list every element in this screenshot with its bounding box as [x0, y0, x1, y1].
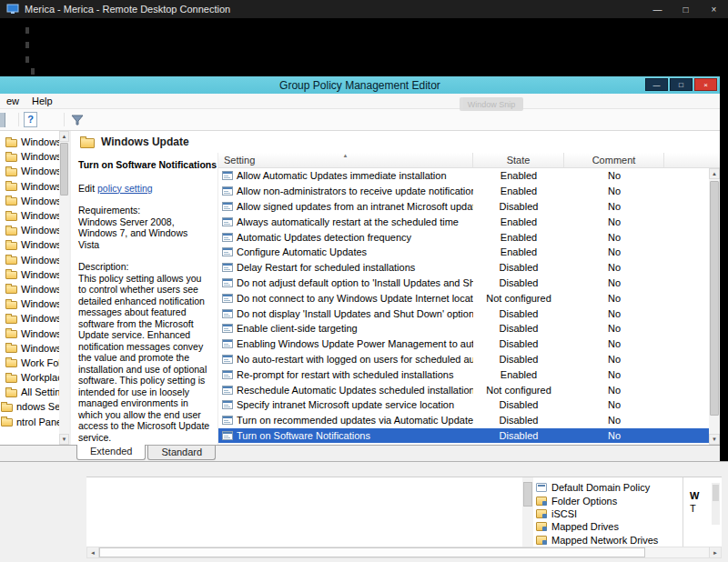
requirements-text: Windows Server 2008, Windows 7, and Wind… [78, 216, 210, 251]
filter-icon[interactable] [71, 114, 84, 130]
folder-icon [5, 301, 17, 309]
table-row[interactable]: Allow signed updates from an intranet Mi… [218, 199, 709, 215]
tree-item[interactable]: Windows Update [0, 341, 59, 356]
setting-name: Turn on recommended updates via Automati… [237, 415, 473, 426]
gpme-minimize-button[interactable]: — [645, 78, 668, 91]
tab-extended[interactable]: Extended [76, 445, 146, 460]
scrollbar-thumb[interactable] [523, 482, 532, 507]
setting-state: Disabled [473, 338, 564, 349]
tree-item[interactable]: Windows Ink Workspace [0, 223, 59, 237]
scrollbar-thumb[interactable] [710, 181, 719, 416]
policy-setting-icon [222, 246, 233, 257]
tree-item[interactable]: Windows Mail [0, 267, 59, 282]
horizontal-scrollbar[interactable]: ◄ ► [86, 547, 722, 558]
gpme-window-controls: — □ × [645, 78, 717, 91]
table-row[interactable]: Re-prompt for restart with scheduled ins… [218, 366, 709, 382]
background-tree-item[interactable]: iSCSI [536, 507, 682, 520]
column-header-comment[interactable]: Comment [564, 153, 664, 167]
table-row[interactable]: Allow Automatic Updates immediate instal… [218, 168, 709, 184]
setting-name: Always automatically restart at the sche… [237, 216, 459, 227]
table-row[interactable]: Turn on recommended updates via Automati… [218, 413, 709, 428]
tree-item-label: Windows Color System [21, 151, 59, 162]
view-tabs: Extended Standard [0, 445, 720, 461]
setting-state: Disabled [473, 399, 564, 410]
table-row[interactable]: Do not connect to any Windows Update Int… [218, 290, 709, 306]
help-icon[interactable]: ? [24, 112, 37, 127]
table-row[interactable]: Always automatically restart at the sche… [218, 214, 709, 229]
background-tree-item[interactable]: Default Domain Policy [536, 481, 682, 494]
tree-item[interactable]: Windows Error Reporting [0, 194, 59, 208]
toolbar: ? [0, 109, 720, 131]
desktop-artifact [25, 27, 29, 34]
policy-setting-icon [222, 308, 233, 319]
tree-item-label: Windows PowerShell [21, 313, 59, 324]
scroll-down-icon[interactable]: ▼ [709, 434, 720, 445]
menu-item-view[interactable]: ew [0, 95, 25, 106]
tree-item[interactable]: Windows Logon Options [0, 253, 59, 267]
table-row[interactable]: Reschedule Automatic Updates scheduled i… [218, 382, 709, 397]
column-header-setting[interactable]: Setting ▲ [218, 153, 473, 167]
settings-scrollbar[interactable]: ▲ ▼ [709, 168, 720, 445]
setting-comment: No [564, 186, 664, 196]
table-row[interactable]: Turn on Software Notifications Disabled … [218, 428, 709, 444]
table-row[interactable]: Do not adjust default option to 'Install… [218, 276, 709, 291]
tree-item[interactable]: Work Folders [0, 356, 59, 370]
background-tree-item[interactable]: Mapped Drives [536, 520, 682, 533]
rdp-maximize-button[interactable]: □ [672, 0, 700, 18]
menu-item-help[interactable]: Help [25, 95, 59, 106]
tab-standard[interactable]: Standard [147, 446, 216, 460]
tree-item[interactable]: Windows Color System [0, 149, 59, 164]
table-row[interactable]: Configure Automatic Updates Enabled No [218, 245, 709, 260]
scroll-down-icon[interactable]: ▼ [59, 434, 69, 445]
tree-item[interactable]: Windows Defender [0, 179, 59, 194]
tree-item[interactable]: ntrol Panel Set [0, 415, 59, 429]
background-tree-item[interactable]: Folder Options [536, 494, 682, 507]
tree-item[interactable]: Windows Remote Management [0, 326, 59, 340]
tree-item[interactable]: Workplace Join [0, 370, 59, 385]
scroll-left-icon[interactable]: ◄ [87, 547, 99, 557]
tree-item[interactable]: ndows Settings [0, 399, 59, 414]
scroll-right-icon[interactable]: ► [709, 547, 721, 557]
toolbar-clipped-icon[interactable] [0, 113, 5, 127]
scroll-up-icon[interactable]: ▲ [59, 131, 69, 142]
tree-item-label: Windows Calendar [21, 136, 59, 147]
tree-item[interactable]: Windows Messenger [0, 296, 59, 311]
sort-ascending-icon: ▲ [343, 153, 349, 158]
folder-icon [5, 389, 17, 397]
tree-item[interactable]: Windows Customer Experience [0, 164, 59, 178]
menu-bar: ew Help Window Snip [0, 94, 720, 109]
table-row[interactable]: Do not display 'Install Updates and Shut… [218, 306, 709, 321]
rdp-titlebar: Merica - Merica - Remote Desktop Connect… [0, 0, 728, 18]
gpme-close-button[interactable]: × [694, 78, 717, 91]
table-row[interactable]: Specify intranet Microsoft update servic… [218, 397, 709, 413]
table-row[interactable]: No auto-restart with logged on users for… [218, 352, 709, 367]
settings-table-header: Setting ▲ State Comment [218, 153, 720, 168]
background-scrollbar[interactable] [522, 477, 533, 547]
table-row[interactable]: Allow non-administrators to receive upda… [218, 184, 709, 199]
tree-scrollbar[interactable]: ▲ ▼ [59, 131, 69, 445]
tree-item[interactable]: All Settings [0, 385, 59, 399]
folder-icon [5, 227, 17, 236]
edit-policy-setting-link[interactable]: policy setting [97, 183, 153, 194]
mini-scrollbar[interactable] [712, 483, 720, 525]
scroll-up-icon[interactable]: ▲ [709, 168, 720, 179]
column-header-state[interactable]: State [473, 153, 564, 167]
scrollbar-thumb[interactable] [60, 143, 68, 196]
policy-setting-icon [222, 232, 233, 243]
scrollbar-thumb[interactable] [99, 547, 645, 557]
settings-table: Setting ▲ State Comment A [218, 153, 720, 445]
rdp-close-button[interactable]: × [700, 0, 728, 18]
table-row[interactable]: Delay Restart for scheduled installation… [218, 260, 709, 276]
table-row[interactable]: Enable client-side targeting Disabled No [218, 321, 709, 336]
background-tree-item[interactable]: Mapped Network Drives [536, 534, 682, 547]
rdp-minimize-button[interactable]: — [643, 0, 672, 18]
tree-item[interactable]: Windows Hello for Business [0, 208, 59, 223]
table-row[interactable]: Enabling Windows Update Power Management… [218, 336, 709, 352]
tree-item-icon [536, 509, 547, 518]
gpme-maximize-button[interactable]: □ [670, 78, 693, 91]
tree-item[interactable]: Windows PowerShell [0, 311, 59, 326]
tree-item[interactable]: Windows Media Center [0, 282, 59, 296]
tree-item[interactable]: Windows Installer [0, 237, 59, 252]
tree-item[interactable]: Windows Calendar [0, 135, 59, 149]
table-row[interactable]: Automatic Updates detection frequency En… [218, 229, 709, 245]
